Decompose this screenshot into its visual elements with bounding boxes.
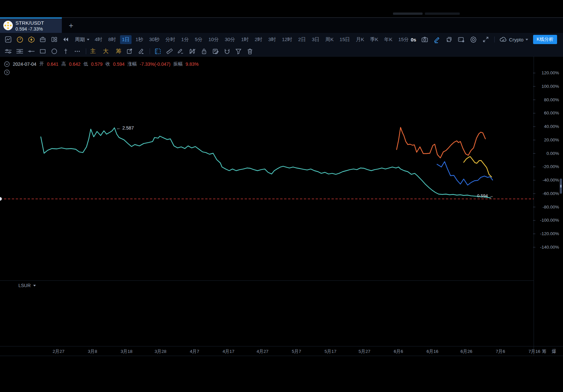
expand-chevron-icon[interactable] bbox=[4, 69, 10, 77]
timeframe-button[interactable]: 1时 bbox=[239, 35, 251, 44]
x-axis-label: 6月26 bbox=[453, 349, 479, 355]
more-icon[interactable] bbox=[74, 48, 81, 55]
chevron-down-icon bbox=[87, 39, 89, 40]
add-pane-icon[interactable] bbox=[446, 36, 453, 43]
signature-icon[interactable] bbox=[177, 48, 184, 55]
timeframe-button[interactable]: 1日 bbox=[120, 35, 132, 44]
kline-analysis-button[interactable]: K线分析 bbox=[533, 35, 557, 44]
new-tab-button[interactable]: + bbox=[66, 20, 76, 31]
current-price-annotation: 0.594 → bbox=[472, 193, 493, 198]
timeframe-button[interactable]: 30分 bbox=[223, 35, 237, 44]
symbol-tab[interactable]: STRK/USDT 0.594 -7.33% bbox=[0, 18, 62, 33]
drawing-toolbar: 主 大 筹 bbox=[0, 46, 563, 57]
high-label: 高 bbox=[61, 61, 66, 67]
browser-artifact bbox=[425, 12, 460, 15]
boom-axis-toggle[interactable]: 爆 bbox=[552, 349, 556, 355]
close-value: 0.594 bbox=[113, 61, 125, 67]
timeframe-button[interactable]: 30秒 bbox=[147, 35, 161, 44]
open-value: 0.641 bbox=[47, 61, 59, 67]
ohlc-date: 2024-07-04 bbox=[13, 61, 37, 67]
y-axis-label: -20.00% bbox=[533, 164, 559, 169]
main-chart-toggle[interactable]: 主 bbox=[90, 47, 96, 55]
x-axis-label: 3月8 bbox=[79, 349, 106, 355]
y-axis-label: 0.00% bbox=[533, 151, 559, 156]
chart-label-layer: ← 2.587 0.594 → 筹 爆 120.00%100.00%80.00%… bbox=[0, 0, 563, 392]
peak-annotation: ← 2.587 bbox=[116, 125, 134, 131]
hide-candles-icon[interactable] bbox=[189, 48, 196, 55]
lightning-icon[interactable] bbox=[28, 36, 35, 43]
toolbar-right-cluster: 0s Crypto K线分析 bbox=[411, 35, 563, 44]
chips-axis-toggle[interactable]: 筹 bbox=[542, 349, 547, 355]
x-axis-label: 5月17 bbox=[317, 349, 344, 355]
timeframe-list: 4时8时1日1秒30秒分时1分5分10分30分1时2时3时12时2日3日周K15… bbox=[93, 35, 411, 44]
settings-icon[interactable] bbox=[470, 36, 477, 43]
magnet-icon[interactable] bbox=[223, 48, 231, 55]
cloud-account-label: Crypto bbox=[509, 37, 524, 42]
x-axis-label: 3月18 bbox=[113, 349, 140, 355]
y-axis-label: -140.00% bbox=[533, 245, 559, 250]
ruler-icon[interactable] bbox=[166, 48, 173, 55]
collapse-chevron-icon[interactable] bbox=[4, 61, 10, 67]
timeframe-button[interactable]: 8时 bbox=[106, 35, 118, 44]
timeframe-button[interactable]: 4时 bbox=[93, 35, 104, 44]
indicator-selector[interactable]: LSUR bbox=[18, 283, 36, 288]
gauge-icon[interactable] bbox=[16, 36, 23, 43]
cross-cursor-icon[interactable] bbox=[62, 48, 69, 55]
timeframe-button[interactable]: 分时 bbox=[163, 35, 177, 44]
timeframe-button[interactable]: 月K bbox=[354, 35, 366, 44]
timeframe-button[interactable]: 2日 bbox=[296, 35, 308, 44]
chevron-down-icon bbox=[526, 39, 528, 40]
price-chart[interactable] bbox=[0, 0, 563, 392]
y-axis-label: 60.00% bbox=[533, 110, 559, 115]
y-axis-label: 100.00% bbox=[533, 84, 559, 89]
pencil-icon[interactable] bbox=[433, 36, 441, 43]
briefcase-icon[interactable] bbox=[39, 36, 46, 43]
screenshot-icon[interactable] bbox=[458, 36, 465, 43]
timeframe-button[interactable]: 3时 bbox=[266, 35, 278, 44]
timeframe-button[interactable]: 年K bbox=[382, 35, 394, 44]
x-axis-label: 7月6 bbox=[487, 349, 514, 355]
cloud-account-dropdown[interactable]: Crypto bbox=[500, 37, 528, 42]
ellipse-icon[interactable] bbox=[51, 48, 58, 55]
rectangle-icon[interactable] bbox=[39, 48, 46, 55]
timeframe-button[interactable]: 12时 bbox=[280, 35, 294, 44]
export-drawing-icon[interactable] bbox=[126, 48, 133, 55]
timeframe-button[interactable]: 2时 bbox=[253, 35, 264, 44]
timeframe-button[interactable]: 季K bbox=[368, 35, 380, 44]
binance-logo-icon bbox=[3, 20, 13, 32]
active-tab-indicator bbox=[0, 17, 62, 18]
layout-icon[interactable] bbox=[51, 36, 58, 43]
timeframe-button[interactable]: 10分 bbox=[207, 35, 221, 44]
y-axis-label: 40.00% bbox=[533, 124, 559, 129]
box-select-icon[interactable] bbox=[154, 48, 161, 55]
timeframe-button[interactable]: 周K bbox=[324, 35, 336, 44]
x-axis-label: 5月7 bbox=[283, 349, 310, 355]
notes-icon[interactable] bbox=[212, 48, 219, 55]
timeframe-button[interactable]: 1分 bbox=[179, 35, 191, 44]
timeframe-button[interactable]: 5分 bbox=[193, 35, 204, 44]
chips-toggle[interactable]: 筹 bbox=[116, 47, 121, 55]
lock-icon[interactable] bbox=[200, 48, 208, 55]
period-dropdown[interactable]: 周期 bbox=[75, 37, 89, 43]
large-view-toggle[interactable]: 大 bbox=[103, 47, 109, 55]
camera-icon[interactable] bbox=[421, 36, 428, 43]
trash-icon[interactable] bbox=[246, 48, 254, 55]
eraser-icon[interactable] bbox=[137, 48, 145, 55]
timeframe-button[interactable]: 3日 bbox=[310, 35, 321, 44]
toolbar-divider bbox=[86, 48, 86, 54]
cloud-sync-icon bbox=[500, 37, 507, 42]
trend-lines-icon[interactable] bbox=[5, 48, 12, 55]
timeframe-button[interactable]: 15分 bbox=[396, 35, 411, 44]
parallel-lines-icon[interactable] bbox=[16, 48, 23, 55]
cross-line-icon[interactable] bbox=[28, 48, 35, 55]
rewind-icon[interactable] bbox=[62, 36, 69, 43]
fullscreen-icon[interactable] bbox=[482, 36, 489, 43]
timeframe-button[interactable]: 15日 bbox=[338, 35, 352, 44]
high-value: 0.642 bbox=[69, 61, 81, 67]
close-label: 收 bbox=[106, 61, 110, 67]
filter-icon[interactable] bbox=[235, 48, 242, 55]
line-chart-icon[interactable] bbox=[5, 36, 12, 43]
low-value: 0.579 bbox=[91, 61, 103, 67]
timeframe-button[interactable]: 1秒 bbox=[134, 35, 145, 44]
y-axis-label: -60.00% bbox=[533, 191, 559, 196]
